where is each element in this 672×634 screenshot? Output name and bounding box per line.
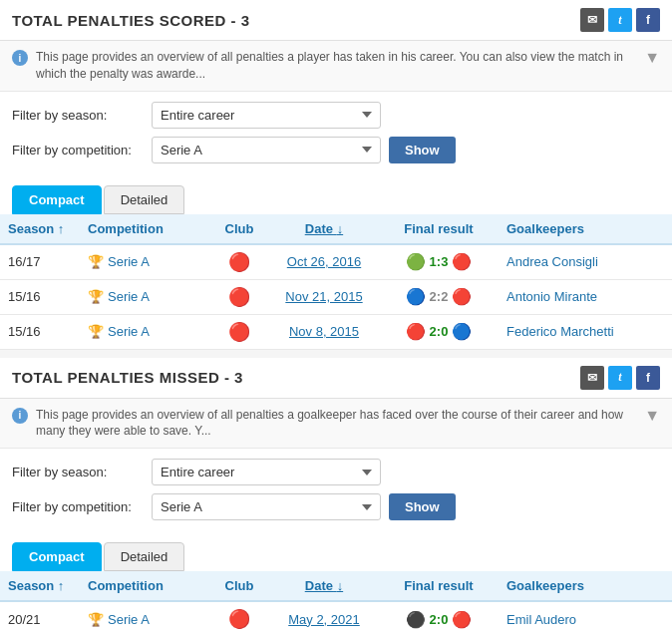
date-link[interactable]: Nov 21, 2015 xyxy=(285,289,362,304)
section2-filters: Filter by season: Entire career Filter b… xyxy=(0,449,672,538)
facebook-icon-1[interactable]: f xyxy=(636,8,660,32)
team-badge: 🔴 xyxy=(452,610,472,629)
section1-tabs: Compact Detailed xyxy=(0,185,672,214)
club-badge: 🔴 xyxy=(228,322,250,342)
competition-filter-comp-1: Serie A Show xyxy=(152,137,456,163)
twitter-icon-1[interactable]: t xyxy=(608,8,632,32)
table-row: 15/16 🏆 Serie A 🔴 Nov 21, 2015 🔵 2:2 xyxy=(0,279,672,314)
section2-table-container: Season ↑ Competition Club Date ↓ Final r… xyxy=(0,571,672,634)
competition-filter-row-1: Filter by competition: Serie A Show xyxy=(12,137,660,163)
th-season-1[interactable]: Season ↑ xyxy=(0,214,80,244)
social-icons-2: ✉ t f xyxy=(580,366,660,390)
facebook-icon-2[interactable]: f xyxy=(636,366,660,390)
season-filter-row-2: Filter by season: Entire career xyxy=(12,459,660,485)
club-cell: 🔴 xyxy=(209,314,269,349)
section1-info-text: This page provides an overview of all pe… xyxy=(36,49,636,83)
club-cell: 🔴 xyxy=(209,244,269,280)
penalties-missed-section: TOTAL PENALTIES MISSED - 3 ✉ t f i This … xyxy=(0,358,672,634)
goalkeeper-link[interactable]: Antonio Mirante xyxy=(506,289,597,304)
table-row: 20/21 🏆 Serie A 🔴 May 2, 2021 ⚫ 2:0 xyxy=(0,601,672,634)
th-season-2[interactable]: Season ↑ xyxy=(0,571,80,601)
sort-arrow-season-2: ↑ xyxy=(58,578,65,593)
date-link[interactable]: May 2, 2021 xyxy=(288,612,360,627)
serie-a-icon: 🏆 xyxy=(88,289,104,304)
goalkeeper-cell: Federico Marchetti xyxy=(499,314,672,349)
opponent-badge: 🔵 xyxy=(406,287,426,306)
date-cell: Oct 26, 2016 xyxy=(269,244,379,280)
opponent-badge: ⚫ xyxy=(406,610,426,629)
season-cell: 20/21 xyxy=(0,601,80,634)
competition-filter-comp-2: Serie A Show xyxy=(152,493,456,520)
tab-compact-2[interactable]: Compact xyxy=(12,542,102,571)
goalkeeper-link[interactable]: Federico Marchetti xyxy=(506,324,614,339)
section1-title: TOTAL PENALTIES SCORED - 3 xyxy=(12,12,250,29)
table-row: 15/16 🏆 Serie A 🔴 Nov 8, 2015 🔴 2:0 xyxy=(0,314,672,349)
score-display: 🟢 1:3 🔴 xyxy=(387,252,491,271)
section2-tabs: Compact Detailed xyxy=(0,542,672,571)
season-filter-select-2[interactable]: Entire career xyxy=(152,459,381,485)
club-cell: 🔴 xyxy=(209,601,269,634)
competition-filter-label-1: Filter by competition: xyxy=(12,143,152,158)
section1-table-container: Season ↑ Competition Club Date ↓ Final r… xyxy=(0,214,672,350)
competition-cell: 🏆 Serie A xyxy=(80,279,209,314)
competition-cell: 🏆 Serie A xyxy=(80,314,209,349)
serie-a-icon: 🏆 xyxy=(88,612,104,627)
date-link[interactable]: Oct 26, 2016 xyxy=(287,254,361,269)
goalkeeper-link[interactable]: Emil Audero xyxy=(506,612,576,627)
th-club-2: Club xyxy=(209,571,269,601)
competition-link[interactable]: 🏆 Serie A xyxy=(88,289,201,304)
serie-a-icon: 🏆 xyxy=(88,254,104,269)
team-badge: 🔴 xyxy=(452,287,472,306)
date-cell: May 2, 2021 xyxy=(269,601,379,634)
competition-filter-label-2: Filter by competition: xyxy=(12,499,152,514)
info-icon-1: i xyxy=(12,50,28,66)
club-cell: 🔴 xyxy=(209,279,269,314)
tab-compact-1[interactable]: Compact xyxy=(12,185,102,214)
tab-detailed-1[interactable]: Detailed xyxy=(104,185,185,214)
goalkeeper-link[interactable]: Andrea Consigli xyxy=(506,254,598,269)
section2-header: TOTAL PENALTIES MISSED - 3 ✉ t f xyxy=(0,358,672,399)
score-display: ⚫ 2:0 🔴 xyxy=(387,610,491,629)
result-cell: 🟢 1:3 🔴 xyxy=(379,244,499,280)
serie-a-icon: 🏆 xyxy=(88,324,104,339)
season-filter-label-1: Filter by season: xyxy=(12,108,152,123)
th-result-2: Final result xyxy=(379,571,499,601)
season-filter-select-1[interactable]: Entire career xyxy=(152,102,381,129)
info-icon-2: i xyxy=(12,408,28,424)
expand-btn-1[interactable]: ▼ xyxy=(644,49,660,67)
season-filter-row-1: Filter by season: Entire career xyxy=(12,102,660,129)
th-competition-1: Competition xyxy=(80,214,209,244)
score-value: 2:0 xyxy=(430,324,449,339)
competition-link[interactable]: 🏆 Serie A xyxy=(88,612,201,627)
competition-cell: 🏆 Serie A xyxy=(80,244,209,280)
th-goalkeeper-2: Goalkeepers xyxy=(499,571,672,601)
date-link[interactable]: Nov 8, 2015 xyxy=(289,324,359,339)
twitter-icon-2[interactable]: t xyxy=(608,366,632,390)
th-date-2[interactable]: Date ↓ xyxy=(269,571,379,601)
result-cell: 🔴 2:0 🔵 xyxy=(379,314,499,349)
expand-btn-2[interactable]: ▼ xyxy=(644,407,660,425)
date-cell: Nov 21, 2015 xyxy=(269,279,379,314)
competition-link[interactable]: 🏆 Serie A xyxy=(88,324,201,339)
competition-filter-select-2[interactable]: Serie A xyxy=(152,493,381,520)
sort-arrow-date-2: ↓ xyxy=(337,578,344,593)
goalkeeper-cell: Emil Audero xyxy=(499,601,672,634)
section2-table: Season ↑ Competition Club Date ↓ Final r… xyxy=(0,571,672,634)
opponent-badge: 🔴 xyxy=(406,322,426,341)
show-button-2[interactable]: Show xyxy=(389,493,456,520)
th-result-1: Final result xyxy=(379,214,499,244)
table-header-row-2: Season ↑ Competition Club Date ↓ Final r… xyxy=(0,571,672,601)
th-club-1: Club xyxy=(209,214,269,244)
email-icon-2[interactable]: ✉ xyxy=(580,366,604,390)
th-date-1[interactable]: Date ↓ xyxy=(269,214,379,244)
email-icon-1[interactable]: ✉ xyxy=(580,8,604,32)
competition-filter-select-1[interactable]: Serie A xyxy=(152,137,381,163)
tab-detailed-2[interactable]: Detailed xyxy=(104,542,185,571)
competition-filter-row-2: Filter by competition: Serie A Show xyxy=(12,493,660,520)
th-goalkeeper-1: Goalkeepers xyxy=(499,214,672,244)
result-cell: ⚫ 2:0 🔴 xyxy=(379,601,499,634)
competition-link[interactable]: 🏆 Serie A xyxy=(88,254,201,269)
penalties-scored-section: TOTAL PENALTIES SCORED - 3 ✉ t f i This … xyxy=(0,0,672,350)
show-button-1[interactable]: Show xyxy=(389,137,456,163)
score-value: 1:3 xyxy=(430,254,449,269)
